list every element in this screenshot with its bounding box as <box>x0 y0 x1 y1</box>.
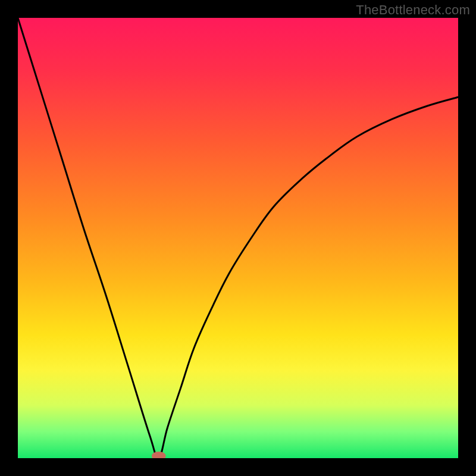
gradient-background <box>18 18 458 458</box>
chart-svg <box>18 18 458 458</box>
chart-frame: TheBottleneck.com <box>0 0 476 476</box>
watermark-text: TheBottleneck.com <box>356 2 470 18</box>
plot-area <box>18 18 458 458</box>
